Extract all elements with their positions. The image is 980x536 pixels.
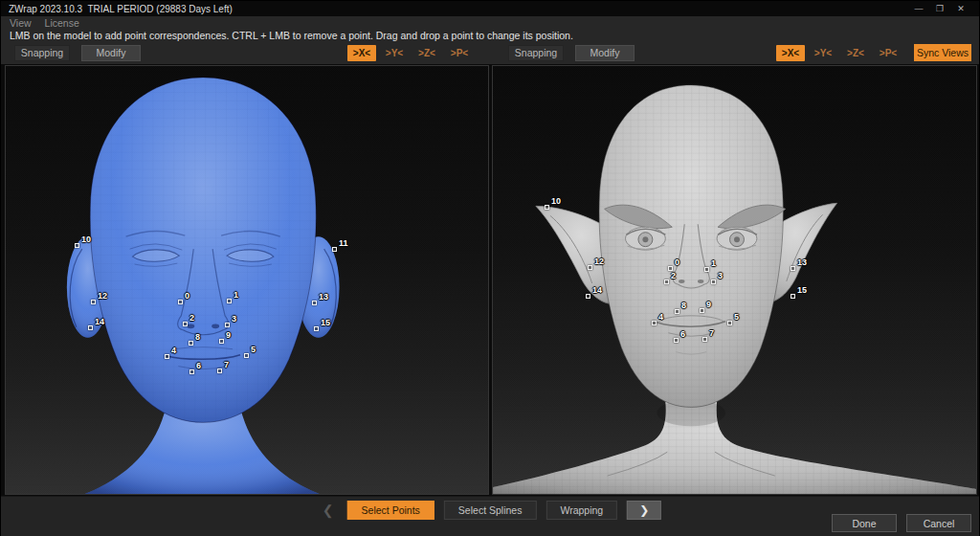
point-marker[interactable]: 0 <box>178 300 183 304</box>
point-marker[interactable]: 1 <box>227 299 232 303</box>
point-label: 12 <box>98 292 107 301</box>
menubar: View License <box>1 16 979 29</box>
dialog-buttons: Done Cancel <box>832 514 971 532</box>
point-label: 2 <box>671 272 676 280</box>
axis-y-button-left[interactable]: >Y< <box>380 45 409 61</box>
restore-icon[interactable]: ❐ <box>929 1 950 16</box>
menu-view[interactable]: View <box>10 17 32 29</box>
axis-z-button-left[interactable]: >Z< <box>412 45 441 61</box>
point-label: 6 <box>680 330 685 339</box>
point-marker[interactable]: 9 <box>700 308 704 313</box>
point-marker[interactable]: 5 <box>727 321 732 325</box>
step-select-splines[interactable]: Select Splines <box>444 501 537 520</box>
point-marker[interactable]: 8 <box>675 309 679 314</box>
point-marker[interactable]: 12 <box>91 300 96 304</box>
instruction-text: LMB on the model to add point correspond… <box>10 30 573 41</box>
point-label: 0 <box>185 292 189 301</box>
point-marker[interactable]: 3 <box>711 279 716 284</box>
point-marker[interactable]: 14 <box>586 294 590 299</box>
point-marker[interactable]: 2 <box>183 322 188 326</box>
point-marker[interactable]: 5 <box>244 353 249 358</box>
point-label: 7 <box>224 361 229 369</box>
point-marker[interactable]: 7 <box>217 368 222 373</box>
sync-views-button[interactable]: Sync Views <box>914 44 971 61</box>
toolbar: Snapping Modify >X< >Y< >Z< >P< Snapping… <box>1 41 979 64</box>
step-wrapping[interactable]: Wrapping <box>546 501 617 520</box>
point-marker[interactable]: 7 <box>702 337 707 342</box>
point-label: 7 <box>709 329 714 338</box>
point-label: 2 <box>189 314 194 323</box>
snapping-button-right[interactable]: Snapping <box>508 45 564 61</box>
point-marker[interactable]: 6 <box>189 369 194 374</box>
point-label: 8 <box>195 333 200 342</box>
step-select-points[interactable]: Select Points <box>347 501 434 520</box>
point-marker[interactable]: 10 <box>75 243 79 248</box>
point-label: 10 <box>551 197 561 206</box>
point-label: 15 <box>321 319 330 327</box>
point-marker[interactable]: 13 <box>312 301 317 305</box>
axis-group-right: >X< >Y< >Z< >P< Sync Views <box>776 44 971 61</box>
point-label: 4 <box>171 346 176 355</box>
next-step-icon[interactable]: ❯ <box>627 501 661 520</box>
instruction-bar: LMB on the model to add point correspond… <box>1 29 979 41</box>
point-marker[interactable]: 8 <box>189 341 193 346</box>
point-label: 15 <box>797 286 807 295</box>
axis-p-button-left[interactable]: >P< <box>445 45 474 61</box>
workflow-steps: ❮ Select Points Select Splines Wrapping … <box>319 501 661 520</box>
axis-x-button-right[interactable]: >X< <box>776 45 805 61</box>
point-marker[interactable]: 1 <box>704 267 709 272</box>
point-label: 12 <box>594 257 604 266</box>
bottom-bar: ❮ Select Points Select Splines Wrapping … <box>1 496 979 536</box>
toolbar-left: Snapping Modify >X< >Y< >Z< >P< <box>1 41 489 64</box>
point-marker[interactable]: 4 <box>652 321 657 325</box>
axis-x-button-left[interactable]: >X< <box>347 45 376 61</box>
point-label: 4 <box>658 313 663 322</box>
point-label: 1 <box>234 291 238 300</box>
point-marker[interactable]: 11 <box>332 247 337 252</box>
snapping-button-left[interactable]: Snapping <box>14 45 70 61</box>
point-marker[interactable]: 12 <box>588 265 592 270</box>
point-label: 8 <box>681 302 686 310</box>
point-label: 3 <box>718 272 723 280</box>
axis-group-left: >X< >Y< >Z< >P< <box>347 45 474 61</box>
point-marker[interactable]: 14 <box>88 325 93 330</box>
viewport-source[interactable]: 0123456789101112131415 <box>5 65 489 495</box>
menu-license[interactable]: License <box>45 17 79 29</box>
prev-step-icon[interactable]: ❮ <box>319 501 338 520</box>
window-controls: — ❐ ✕ <box>908 1 971 16</box>
point-label: 9 <box>706 301 711 309</box>
done-button[interactable]: Done <box>832 514 897 532</box>
point-label: 11 <box>339 239 348 248</box>
toolbar-right: Snapping Modify >X< >Y< >Z< >P< Sync Vie… <box>489 41 979 64</box>
point-marker[interactable]: 9 <box>219 339 224 344</box>
point-label: 0 <box>675 258 679 267</box>
point-label: 13 <box>319 293 328 302</box>
point-marker[interactable]: 15 <box>791 294 795 299</box>
point-marker[interactable]: 2 <box>664 279 669 284</box>
point-marker[interactable]: 6 <box>674 338 679 343</box>
target-head-mesh <box>493 66 976 494</box>
minimize-icon[interactable]: — <box>908 1 929 16</box>
axis-p-button-right[interactable]: >P< <box>874 45 902 61</box>
point-label: 5 <box>734 313 739 322</box>
titlebar: ZWrap 2023.10.3 TRIAL PERIOD (29883 Days… <box>1 1 979 16</box>
zwrap-window: ZWrap 2023.10.3 TRIAL PERIOD (29883 Days… <box>0 0 980 536</box>
point-label: 6 <box>196 362 201 370</box>
point-marker[interactable]: 4 <box>165 354 169 359</box>
point-label: 9 <box>226 331 231 340</box>
modify-button-right[interactable]: Modify <box>575 45 635 61</box>
point-marker[interactable]: 3 <box>225 323 230 327</box>
close-icon[interactable]: ✕ <box>950 1 971 16</box>
axis-y-button-right[interactable]: >Y< <box>809 45 837 61</box>
viewport-area: 0123456789101112131415 <box>1 64 979 496</box>
point-marker[interactable]: 13 <box>791 266 795 271</box>
cancel-button[interactable]: Cancel <box>906 514 971 532</box>
axis-z-button-right[interactable]: >Z< <box>841 45 870 61</box>
point-label: 1 <box>711 259 716 268</box>
point-marker[interactable]: 15 <box>314 326 319 331</box>
point-marker[interactable]: 10 <box>545 205 549 210</box>
point-label: 3 <box>232 315 236 324</box>
point-label: 14 <box>95 318 104 326</box>
viewport-target[interactable]: 01234567891012131415 <box>492 65 977 495</box>
modify-button-left[interactable]: Modify <box>81 45 141 61</box>
